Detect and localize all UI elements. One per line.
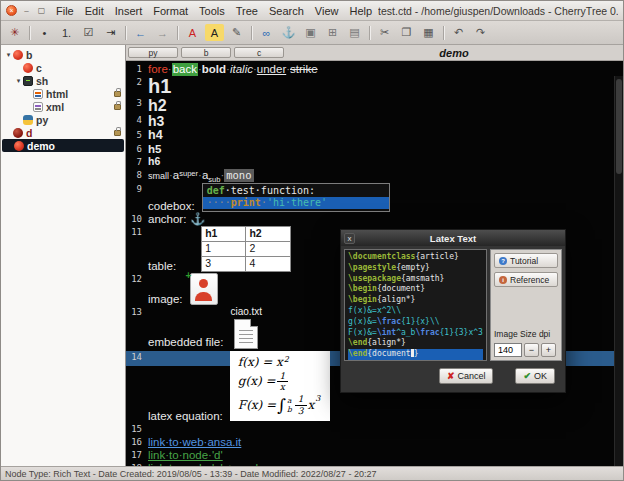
embedded-file[interactable]: ciao.txt (230, 306, 262, 349)
tree-node-demo[interactable]: demo (2, 139, 124, 152)
menu-format[interactable]: Format (153, 5, 188, 17)
ok-label: OK (534, 371, 547, 381)
latex-token: \begin (348, 284, 377, 293)
go-forward-icon[interactable]: → (153, 24, 172, 41)
file-icon (234, 319, 258, 349)
background-color-icon[interactable]: A (205, 24, 224, 41)
table-cell[interactable]: 4 (246, 256, 290, 271)
table-cell[interactable]: 1 (202, 241, 246, 256)
numbered-list-icon[interactable]: 1. (57, 24, 76, 41)
paste-icon[interactable]: ▦ (419, 24, 438, 41)
menu-edit[interactable]: Edit (85, 5, 104, 17)
edit-icon[interactable]: ✎ (227, 24, 246, 41)
dialog-title: Latex Text (355, 233, 562, 244)
node-tab-c[interactable]: c (234, 47, 284, 58)
keyword-token: print (231, 197, 261, 208)
close-window-button[interactable]: × (6, 5, 17, 16)
dialog-body: \documentclass{article}\pagestyle{empty}… (341, 246, 565, 364)
menu-search[interactable]: Search (269, 5, 304, 17)
exponent: 3 (315, 394, 320, 403)
dpi-decrease-button[interactable]: − (524, 343, 539, 357)
editor-line-5: 5 h4 (126, 129, 623, 143)
embedded-file-name: ciao.txt (230, 306, 262, 317)
line-number: 5 (126, 129, 145, 142)
reference-button[interactable]: i Reference (494, 272, 558, 287)
embedded-contact-image[interactable]: + (190, 273, 218, 305)
maximize-window-button[interactable]: ▢ (36, 5, 47, 16)
cancel-icon: ✘ (447, 371, 455, 381)
latex-source-editor[interactable]: \documentclass{article}\pagestyle{empty}… (344, 249, 487, 361)
embedded-table[interactable]: h1 h2 1 2 3 4 (201, 226, 291, 272)
dpi-input[interactable]: 140 (494, 343, 522, 357)
line-number: 17 (126, 449, 145, 462)
code-token: ·test·function: (225, 185, 315, 196)
tree-node-c[interactable]: c (1, 61, 125, 74)
tree-node-html[interactable]: html (1, 87, 125, 100)
tree-node-b[interactable]: ▾b (1, 48, 125, 61)
cut-icon[interactable]: ✂ (375, 24, 394, 41)
menu-view[interactable]: View (315, 5, 339, 17)
anchor-label: anchor: (148, 213, 186, 226)
tree-node-xml[interactable]: xml (1, 100, 125, 113)
table-header-cell[interactable]: h1 (202, 226, 246, 241)
table-header-cell[interactable]: h2 (246, 226, 290, 241)
indent-icon[interactable]: ⇥ (101, 24, 120, 41)
insert-image-icon[interactable]: ▣ (301, 24, 320, 41)
current-node-title: demo (287, 47, 621, 59)
reference-label: Reference (510, 275, 549, 285)
tree-node-sh[interactable]: ▾sh (1, 74, 125, 87)
table-cell[interactable]: 2 (246, 241, 290, 256)
tree-node-d[interactable]: d (1, 126, 125, 139)
tree-node-py[interactable]: py (1, 113, 125, 126)
ok-icon: ✔ (523, 371, 531, 381)
fraction: 13 (295, 394, 307, 416)
latex-equation-image[interactable]: f(x) = x2 g(x) = 1x F(x) = ∫ab13x3 (230, 351, 331, 421)
dpi-increase-button[interactable]: + (541, 343, 556, 357)
latex-token: ^a_b (396, 328, 415, 337)
bulleted-list-icon[interactable]: • (35, 24, 54, 41)
insert-anchor-icon[interactable]: ⚓ (279, 24, 298, 41)
table-header-row: h1 h2 (202, 226, 291, 241)
node-tab-py[interactable]: py (128, 47, 178, 58)
cherrytree-node-icon[interactable]: ✳ (5, 24, 24, 41)
go-back-icon[interactable]: ← (131, 24, 150, 41)
tree-panel: ▾bc▾shhtmlxmlpyddemo (1, 45, 126, 466)
expander-icon[interactable]: ▾ (4, 51, 13, 59)
toolbar-separator (177, 26, 178, 40)
editor-scrollbar[interactable] (614, 76, 623, 466)
editor-line-18: 18 link·to·node·'e'·+·anchor (126, 462, 623, 466)
todo-list-icon[interactable]: ☑ (79, 24, 98, 41)
h3-text: h3 (145, 114, 164, 129)
redo-icon[interactable]: ↷ (471, 24, 490, 41)
menu-help[interactable]: Help (349, 5, 372, 17)
ok-button[interactable]: ✔ OK (515, 368, 555, 384)
node-link[interactable]: link·to·node·'d' (148, 449, 223, 461)
anchor-icon[interactable]: ⚓ (190, 213, 205, 226)
node-tab-b[interactable]: b (181, 47, 231, 58)
dialog-close-button[interactable]: x (344, 233, 355, 244)
insert-link-icon[interactable]: ∞ (257, 24, 276, 41)
insert-codebox-icon[interactable]: ▤ (345, 24, 364, 41)
expander-icon[interactable]: ▾ (14, 77, 23, 85)
copy-icon[interactable]: ❐ (397, 24, 416, 41)
denominator: x (280, 382, 285, 392)
tutorial-button[interactable]: ? Tutorial (494, 253, 558, 268)
menu-file[interactable]: File (56, 5, 74, 17)
insert-table-icon[interactable]: ⊞ (323, 24, 342, 41)
line-number: 9 (126, 183, 145, 196)
cancel-button[interactable]: ✘ Cancel (439, 368, 494, 384)
line-number: 1 (126, 63, 145, 76)
minimize-window-button[interactable]: – (21, 5, 32, 16)
node-anchor-link[interactable]: link·to·node·'e'·+·anchor (148, 462, 272, 466)
web-link[interactable]: link·to·web·ansa.it (148, 436, 241, 448)
menu-tree[interactable]: Tree (236, 5, 258, 17)
editor-line-2: 2 h1 (126, 76, 623, 97)
undo-icon[interactable]: ↶ (449, 24, 468, 41)
table-cell[interactable]: 3 (202, 256, 246, 271)
codebox[interactable]: def·test·function:····print·'hi·there' (202, 183, 390, 212)
menu-tools[interactable]: Tools (199, 5, 225, 17)
line-number: 12 (126, 273, 145, 286)
foreground-color-icon[interactable]: A (183, 24, 202, 41)
scrollbar-thumb[interactable] (616, 79, 622, 174)
menu-insert[interactable]: Insert (115, 5, 143, 17)
